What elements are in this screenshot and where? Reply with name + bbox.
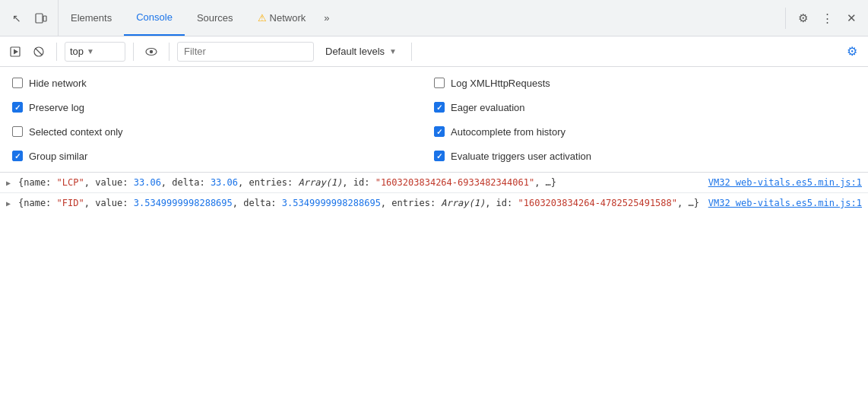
tab-bar: ↖ Elements Console Sources ⚠ Network » ⚙… xyxy=(0,0,868,37)
console-log-area: VM32 web-vitals.es5.min.js:1▶{name: "LCP… xyxy=(0,173,868,213)
run-scripts-icon[interactable] xyxy=(6,42,26,62)
svg-rect-1 xyxy=(43,16,46,21)
label-evaluate-triggers: Evaluate triggers user activation xyxy=(451,151,591,162)
tab-elements[interactable]: Elements xyxy=(59,0,124,36)
svg-marker-3 xyxy=(14,49,18,54)
checkbox-hide-network[interactable] xyxy=(12,78,23,88)
default-levels-dropdown[interactable]: Default levels ▼ xyxy=(318,42,404,62)
tab-console[interactable]: Console xyxy=(124,0,185,36)
expand-icon[interactable]: ▶ xyxy=(6,177,11,189)
options-area: Hide networkPreserve logSelected context… xyxy=(0,67,868,173)
log-entry: VM32 web-vitals.es5.min.js:1▶{name: "LCP… xyxy=(0,173,868,192)
log-entry: VM32 web-vitals.es5.min.js:1▶{name: "FID… xyxy=(0,192,868,213)
tab-bar-right-icons: ⚙ ⋮ ✕ xyxy=(785,8,862,29)
warning-icon: ⚠ xyxy=(258,12,267,24)
checkbox-autocomplete-from-history[interactable] xyxy=(434,126,445,137)
tab-network[interactable]: ⚠ Network xyxy=(246,0,318,36)
option-row-hide-network: Hide network xyxy=(12,73,434,93)
options-left-col: Hide networkPreserve logSelected context… xyxy=(12,73,434,166)
checkbox-group-similar[interactable] xyxy=(12,151,23,161)
context-selector[interactable]: top ▼ xyxy=(65,42,125,62)
log-text: {name: "FID", value: 3.5349999998288695,… xyxy=(18,198,699,208)
options-right-col: Log XMLHttpRequestsEager evaluationAutoc… xyxy=(434,73,856,166)
expand-icon[interactable]: ▶ xyxy=(6,198,11,209)
device-icon[interactable] xyxy=(30,8,52,29)
divider3 xyxy=(169,43,169,61)
label-selected-context-only: Selected context only xyxy=(29,126,123,138)
divider4 xyxy=(411,43,412,61)
label-log-xmlhttprequests: Log XMLHttpRequests xyxy=(451,78,550,89)
option-row-selected-context-only: Selected context only xyxy=(12,122,434,141)
label-preserve-log: Preserve log xyxy=(29,102,84,113)
option-row-preserve-log: Preserve log xyxy=(12,97,434,117)
settings-icon[interactable]: ⚙ xyxy=(792,8,813,29)
svg-point-7 xyxy=(150,49,153,52)
option-row-group-similar: Group similar xyxy=(12,146,434,166)
divider2 xyxy=(133,43,134,61)
devtools-mode-icons: ↖ xyxy=(6,0,59,36)
tabs-list: Elements Console Sources ⚠ Network » xyxy=(59,0,785,36)
checkbox-eager-evaluation[interactable] xyxy=(434,102,445,113)
console-toolbar: top ▼ Default levels ▼ ⚙ xyxy=(0,37,868,67)
svg-line-5 xyxy=(36,48,43,55)
toolbar2-left-icons xyxy=(6,42,49,62)
log-text: {name: "LCP", value: 33.06, delta: 33.06… xyxy=(18,177,556,188)
eye-icon[interactable] xyxy=(141,42,161,62)
log-source-link[interactable]: VM32 web-vitals.es5.min.js:1 xyxy=(708,176,862,189)
option-row-log-xmlhttprequests: Log XMLHttpRequests xyxy=(434,73,856,93)
label-hide-network: Hide network xyxy=(29,78,87,89)
filter-input[interactable] xyxy=(177,42,314,62)
checkbox-preserve-log[interactable] xyxy=(12,102,23,113)
log-source-link[interactable]: VM32 web-vitals.es5.min.js:1 xyxy=(708,196,862,210)
label-eager-evaluation: Eager evaluation xyxy=(451,102,525,113)
close-icon[interactable]: ✕ xyxy=(841,8,862,29)
checkbox-log-xmlhttprequests[interactable] xyxy=(434,78,445,88)
option-row-eager-evaluation: Eager evaluation xyxy=(434,97,856,117)
label-autocomplete-from-history: Autocomplete from history xyxy=(451,126,565,138)
tab-sources[interactable]: Sources xyxy=(185,0,246,36)
checkbox-selected-context-only[interactable] xyxy=(12,126,23,137)
option-row-autocomplete-from-history: Autocomplete from history xyxy=(434,122,856,141)
divider1 xyxy=(56,43,57,61)
more-icon[interactable]: ⋮ xyxy=(816,8,838,29)
more-tabs-button[interactable]: » xyxy=(318,0,335,36)
option-row-evaluate-triggers: Evaluate triggers user activation xyxy=(434,146,856,166)
console-settings-icon[interactable]: ⚙ xyxy=(842,42,862,62)
cursor-icon[interactable]: ↖ xyxy=(6,8,27,29)
block-icon[interactable] xyxy=(29,42,49,62)
label-group-similar: Group similar xyxy=(29,151,87,162)
svg-rect-0 xyxy=(36,14,43,23)
checkbox-evaluate-triggers[interactable] xyxy=(434,151,445,161)
